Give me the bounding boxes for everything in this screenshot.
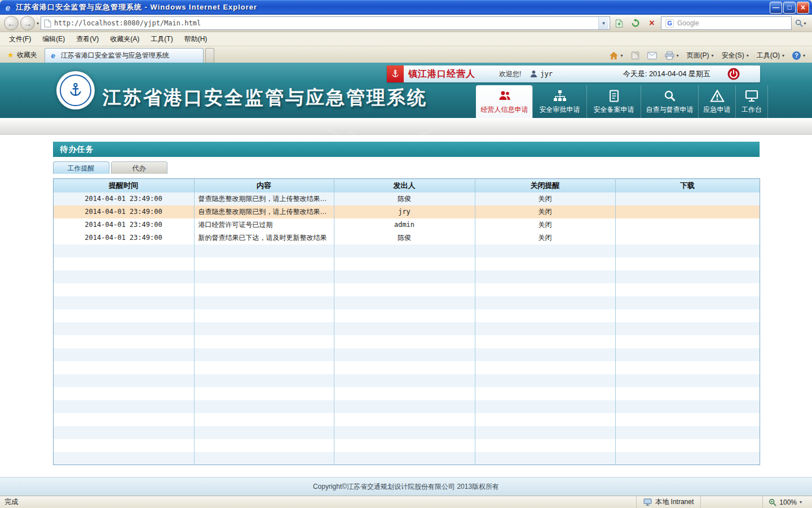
cell-time: 2014-04-01 23:49:00 [53, 192, 194, 205]
nav-label: 自查与督查申请 [646, 105, 694, 115]
table-row-empty [53, 283, 760, 296]
cell-time: 2014-04-01 23:49:00 [53, 218, 194, 231]
menu-edit[interactable]: 编辑(E) [37, 33, 70, 46]
username: jyr [540, 70, 553, 78]
nav-label: 应急申请 [704, 105, 731, 115]
tools-menu-label: 工具(O) [757, 51, 780, 60]
page-menu-button[interactable]: 页面(P) ▾ [683, 49, 717, 62]
safety-menu-caret: ▾ [747, 53, 749, 58]
cell-sender: jry [334, 205, 475, 218]
compatibility-view-button[interactable] [612, 16, 626, 30]
welcome-label: 欢迎您! [499, 69, 521, 79]
url-text: http://localhost:8080/yjpt/Main.html [54, 19, 595, 27]
table-row-empty [53, 296, 760, 309]
google-favicon: G [665, 19, 674, 28]
magnifier-icon [663, 89, 677, 103]
read-mail-button[interactable] [644, 49, 660, 62]
user-icon [530, 70, 537, 78]
cell-sender: 陈俊 [334, 231, 475, 244]
command-bar: ▾ ▾ 页面(P) ▾ 安全(S) ▾ 工具(O) ▾ [606, 48, 810, 63]
nav-safety-filing[interactable]: 安全备案申请 [586, 85, 641, 118]
refresh-button[interactable] [628, 16, 643, 30]
power-icon [727, 68, 740, 80]
menu-tools[interactable]: 工具(T) [145, 33, 178, 46]
zoom-control[interactable]: 100% ▾ [762, 496, 807, 508]
cell-download [615, 192, 760, 205]
logout-button[interactable] [727, 68, 740, 80]
col-download: 下载 [615, 179, 760, 192]
zoom-level: 100% [779, 498, 797, 506]
search-button[interactable]: ▾ [793, 16, 808, 30]
nav-emergency[interactable]: 应急申请 [698, 85, 735, 118]
minimize-button[interactable]: — [770, 2, 782, 14]
history-dropdown[interactable]: ▾ [37, 21, 39, 26]
col-content: 内容 [194, 179, 334, 192]
panel-title: 待办任务 [53, 142, 760, 157]
tab-work-reminder[interactable]: 工作提醒 [53, 161, 109, 174]
operators-icon [497, 89, 512, 103]
tab-agency[interactable]: 代办 [111, 161, 167, 174]
help-button[interactable]: ? ▾ [789, 49, 809, 62]
todo-table-body: 2014-04-01 23:49:00 督查隐患整改期限已到，请上传整改结果… … [53, 192, 760, 465]
new-tab-stub[interactable] [205, 48, 214, 63]
close-reminder-link[interactable]: 关闭 [475, 218, 615, 231]
todo-panel: 待办任务 工作提醒 代办 提醒时间 内容 发出人 关闭提醒 下载 [53, 142, 760, 465]
title-bar: e 江苏省港口安全监管与应急管理系统 - Windows Internet Ex… [0, 0, 812, 15]
address-bar[interactable]: http://localhost:8080/yjpt/Main.html ▾ [41, 16, 610, 30]
safety-menu-button[interactable]: 安全(S) ▾ [718, 49, 752, 62]
printer-icon [665, 51, 674, 60]
star-icon: ★ [7, 51, 14, 59]
feeds-button[interactable] [628, 49, 643, 62]
search-box[interactable]: G Google [661, 16, 792, 30]
maximize-button[interactable]: □ [783, 2, 796, 14]
table-row-empty [53, 257, 760, 270]
col-sender: 发出人 [334, 179, 475, 192]
menu-file[interactable]: 文件(F) [3, 33, 37, 46]
browser-tab[interactable]: e 江苏省港口安全监管与应急管理系统 [45, 48, 204, 63]
computer-icon [643, 498, 652, 506]
zoom-dropdown[interactable]: ▾ [800, 500, 802, 505]
search-dropdown[interactable]: ▾ [804, 21, 806, 26]
status-text: 完成 [5, 497, 18, 507]
todo-table: 提醒时间 内容 发出人 关闭提醒 下载 2014-04-01 23:49:00 … [53, 178, 760, 465]
print-button[interactable]: ▾ [661, 49, 682, 62]
cell-download [615, 218, 760, 231]
col-close-reminder: 关闭提醒 [475, 179, 615, 192]
site-logo [56, 71, 95, 110]
back-button[interactable]: ← [4, 16, 19, 30]
compatibility-icon [615, 19, 623, 28]
nav-workbench[interactable]: 工作台 [735, 85, 768, 118]
table-row-empty [53, 387, 760, 400]
stop-button[interactable]: × [645, 16, 659, 30]
ie-window: e 江苏省港口安全监管与应急管理系统 - Windows Internet Ex… [0, 0, 812, 508]
table-row-empty [53, 361, 760, 374]
address-dropdown[interactable]: ▾ [598, 17, 608, 29]
page-menu-caret: ▾ [712, 53, 714, 58]
close-reminder-link[interactable]: 关闭 [475, 192, 615, 205]
forward-button[interactable]: → [20, 16, 35, 30]
favorites-button[interactable]: ★ 收藏夹 [2, 48, 42, 62]
refresh-icon [631, 19, 640, 28]
home-dropdown[interactable]: ▾ [621, 53, 623, 58]
table-row-empty [53, 400, 760, 413]
print-dropdown[interactable]: ▾ [677, 53, 679, 58]
tab-title: 江苏省港口安全监管与应急管理系统 [61, 51, 169, 60]
favorites-bar: ★ 收藏夹 e 江苏省港口安全监管与应急管理系统 ▾ ▾ 页面(P) [0, 46, 812, 63]
nav-safety-approval[interactable]: 安全审批申请 [532, 85, 586, 118]
role-badge: 镇江港口经营人 [408, 68, 475, 80]
search-icon [795, 19, 803, 27]
nav-operator-info[interactable]: 经营人信息申请 [476, 85, 532, 118]
menu-help[interactable]: 帮助(H) [179, 33, 213, 46]
search-placeholder: Google [677, 19, 699, 27]
menu-favorites[interactable]: 收藏夹(A) [104, 33, 145, 46]
table-row-highlighted: 2014-04-01 23:49:00 自查隐患整改期限已到，请上传整改结果… … [53, 205, 760, 218]
close-reminder-link[interactable]: 关闭 [475, 231, 615, 244]
nav-inspection[interactable]: 自查与督查申请 [641, 85, 698, 118]
tools-menu-button[interactable]: 工具(O) ▾ [753, 49, 788, 62]
close-button[interactable]: × [797, 2, 809, 14]
window-title: 江苏省港口安全监管与应急管理系统 - Windows Internet Expl… [16, 2, 767, 12]
safety-menu-label: 安全(S) [722, 51, 744, 60]
close-reminder-link[interactable]: 关闭 [475, 205, 615, 218]
home-button[interactable]: ▾ [606, 49, 626, 62]
menu-view[interactable]: 查看(V) [70, 33, 104, 46]
